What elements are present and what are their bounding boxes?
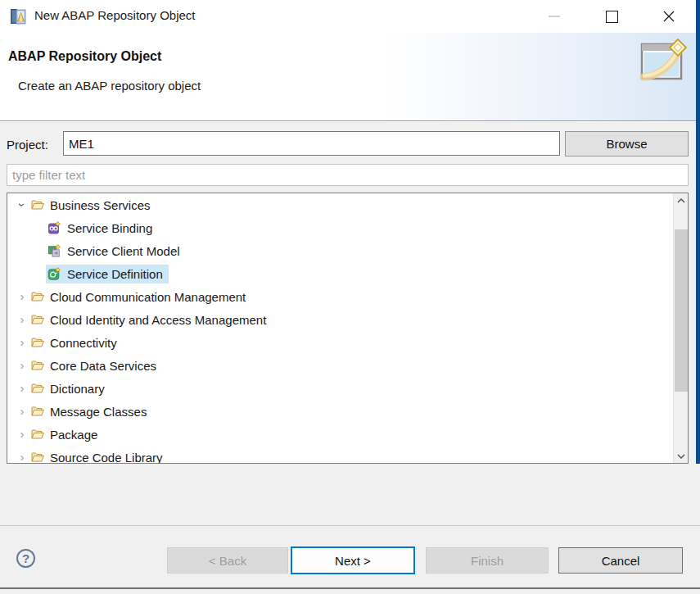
tree-item-content[interactable]: Service Client Model <box>46 242 186 261</box>
help-button[interactable]: ? <box>16 549 35 568</box>
finish-button[interactable]: Finish <box>426 547 549 574</box>
service-definition-icon <box>47 267 62 280</box>
tree-item[interactable]: ›Message Classes <box>7 400 688 423</box>
service-client-model-icon <box>47 244 62 257</box>
tree-item[interactable]: ›Package <box>7 423 688 446</box>
tree-item-content[interactable]: Connectivity <box>29 333 123 352</box>
back-button[interactable]: < Back <box>167 547 288 574</box>
tree-item-content[interactable]: Source Code Library <box>29 448 169 465</box>
tree-rows: ›Business ServicesService BindingService… <box>7 193 688 464</box>
chevron-down-icon <box>677 454 685 459</box>
chevron-up-icon <box>677 198 685 203</box>
chevron-collapsed-icon[interactable]: › <box>16 428 29 440</box>
tree-item-content[interactable]: Package <box>29 425 103 444</box>
cancel-button[interactable]: Cancel <box>558 547 683 574</box>
tree-item[interactable]: ›Business Services <box>7 193 688 216</box>
tree-item-label: Service Client Model <box>67 244 180 258</box>
tree-item-content[interactable]: Dictionary <box>29 379 111 398</box>
tree-item-content[interactable]: Message Classes <box>29 402 152 421</box>
scroll-up-button[interactable] <box>674 193 689 207</box>
tree-item[interactable]: ›Connectivity <box>7 331 688 354</box>
scroll-down-button[interactable] <box>674 449 689 463</box>
tree-scrollbar[interactable] <box>673 193 688 463</box>
dialog-body: Project: Browse ›Business ServicesServic… <box>0 122 700 594</box>
folder-open-icon <box>30 359 45 372</box>
minimize-icon <box>549 16 560 17</box>
tree-item[interactable]: Service Definition <box>7 262 688 285</box>
tree-item[interactable]: ›Cloud Communication Management <box>7 285 688 308</box>
tree-item-content[interactable]: Cloud Identity and Access Management <box>29 311 272 329</box>
folder-open-icon <box>30 336 45 349</box>
maximize-button[interactable] <box>593 0 630 33</box>
title-bar: New ABAP Repository Object <box>0 0 700 33</box>
maximize-icon <box>606 11 618 23</box>
tree-item-label: Package <box>50 428 97 442</box>
chevron-collapsed-icon[interactable]: › <box>16 291 29 302</box>
object-type-tree: ›Business ServicesService BindingService… <box>7 193 689 464</box>
chevron-collapsed-icon[interactable]: › <box>16 314 29 325</box>
page-subtitle: Create an ABAP repository object <box>18 79 201 93</box>
tree-item-label: Dictionary <box>50 382 105 396</box>
window-bottom-edge <box>0 587 700 589</box>
project-input[interactable] <box>63 131 560 156</box>
tree-item-content[interactable]: Service Binding <box>46 219 158 238</box>
service-binding-icon <box>47 221 62 234</box>
tree-item-content[interactable]: Cloud Communication Management <box>29 288 251 306</box>
close-button[interactable] <box>650 0 688 33</box>
wizard-banner-icon <box>606 34 688 116</box>
tree-item[interactable]: Service Client Model <box>7 239 688 262</box>
folder-open-icon <box>30 382 45 395</box>
project-label: Project: <box>7 138 48 152</box>
folder-open-icon <box>30 428 45 441</box>
tree-item-label: Service Definition <box>67 267 163 281</box>
new-abap-object-icon <box>8 7 28 26</box>
chevron-collapsed-icon[interactable]: › <box>16 337 29 348</box>
tree-item-content[interactable]: Core Data Services <box>29 356 162 375</box>
chevron-collapsed-icon[interactable]: › <box>16 406 29 417</box>
next-button[interactable]: Next > <box>291 546 415 574</box>
chevron-expanded-icon[interactable]: › <box>16 198 28 211</box>
minimize-button[interactable] <box>535 0 573 33</box>
window-accent-border <box>696 0 700 464</box>
page-title: ABAP Repository Object <box>8 49 161 64</box>
footer-separator <box>0 525 700 526</box>
tree-item-label: Core Data Services <box>50 359 156 373</box>
close-icon <box>662 10 675 23</box>
tree-item-label: Cloud Identity and Access Management <box>50 313 266 327</box>
window-title: New ABAP Repository Object <box>34 8 195 22</box>
scrollbar-thumb[interactable] <box>675 229 688 392</box>
chevron-collapsed-icon[interactable]: › <box>16 451 29 463</box>
filter-input[interactable] <box>7 164 689 186</box>
tree-item-selected-content[interactable]: Service Definition <box>46 265 169 283</box>
tree-item-label: Cloud Communication Management <box>50 290 246 304</box>
tree-item[interactable]: Service Binding <box>7 216 688 239</box>
tree-item-label: Business Services <box>50 198 151 212</box>
folder-open-icon <box>30 313 45 326</box>
chevron-collapsed-icon[interactable]: › <box>16 360 29 371</box>
tree-item-label: Service Binding <box>67 221 152 235</box>
tree-item[interactable]: ›Dictionary <box>7 377 688 400</box>
wizard-header: ABAP Repository Object Create an ABAP re… <box>0 33 700 121</box>
tree-item-label: Message Classes <box>50 405 147 419</box>
browse-button[interactable]: Browse <box>565 131 689 156</box>
tree-item-label: Source Code Library <box>50 451 163 465</box>
tree-item[interactable]: ›Source Code Library <box>7 446 688 464</box>
folder-open-icon <box>30 405 45 418</box>
chevron-collapsed-icon[interactable]: › <box>16 383 29 394</box>
tree-item-label: Connectivity <box>50 336 117 350</box>
tree-item[interactable]: ›Core Data Services <box>7 354 688 377</box>
tree-item[interactable]: ›Cloud Identity and Access Management <box>7 308 688 331</box>
folder-open-icon <box>30 451 45 464</box>
dialog-window: New ABAP Repository Object ABAP Reposito… <box>0 0 700 594</box>
tree-item-content[interactable]: Business Services <box>29 196 156 215</box>
folder-open-icon <box>30 198 45 211</box>
folder-open-icon <box>30 290 45 303</box>
